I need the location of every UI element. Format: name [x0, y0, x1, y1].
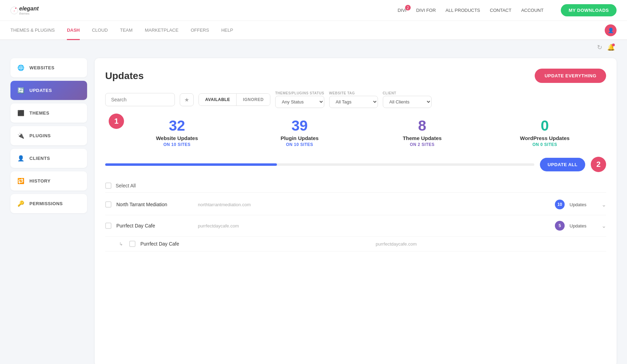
notification-dot	[612, 44, 615, 46]
logo-icon: e	[10, 7, 18, 14]
stat-label-wordpress: WordPress Updates	[483, 135, 606, 141]
select-all-label: Select All	[116, 183, 136, 188]
nav-links: DIVI 2 DIVI FOR ALL PRODUCTS CONTACT ACC…	[397, 8, 550, 13]
second-nav: THEMES & PLUGINS DASH CLOUD TEAM MARKETP…	[0, 21, 627, 40]
divi-badge: 2	[405, 5, 411, 10]
sidebar-label-history: HISTORY	[30, 178, 51, 184]
svg-point-2	[15, 7, 17, 9]
site-name-0: North Tarrant Mediation	[116, 202, 193, 207]
site-name-1: Purrfect Day Cafe	[116, 223, 193, 229]
sidebar: 🌐 WEBSITES 🔄 UPDATES ⬛ THEMES 🔌 PLUGINS …	[10, 58, 87, 364]
sidebar-item-websites[interactable]: 🌐 WEBSITES	[10, 58, 87, 77]
chevron-icon-0[interactable]: ⌄	[602, 201, 606, 208]
filter-themes-plugins: THEMES/PLUGINS STATUS Any Status	[275, 91, 324, 108]
select-all-row: Select All	[105, 179, 606, 193]
badge-2: 2	[591, 157, 606, 172]
sidebar-label-websites: WEBSITES	[30, 65, 55, 70]
sub-site-name: Purrfect Day Cafe	[140, 241, 371, 247]
permissions-icon: 🔑	[17, 200, 25, 207]
tab-offers[interactable]: OFFERS	[191, 21, 209, 40]
sub-site-url: purrfectdaycafe.com	[376, 241, 606, 247]
tab-available[interactable]: AVAILABLE	[199, 94, 237, 106]
search-input[interactable]	[105, 93, 175, 106]
sidebar-label-themes: THEMES	[30, 110, 49, 116]
tab-dash[interactable]: DASH	[67, 21, 80, 40]
update-bar-row: UPDATE ALL 2	[105, 157, 606, 172]
stat-website-updates: 1 32 Website Updates ON 10 SITES	[105, 118, 238, 147]
plugins-icon: 🔌	[17, 132, 25, 139]
list-item: ↳ Purrfect Day Cafe purrfectdaycafe.com	[105, 237, 606, 251]
stat-number-themes: 8	[361, 118, 483, 134]
sidebar-item-permissions[interactable]: 🔑 PERMISSIONS	[10, 194, 87, 213]
tab-team[interactable]: TEAM	[120, 21, 133, 40]
nav-account[interactable]: ACCOUNT	[521, 8, 543, 13]
tab-help[interactable]: HELP	[221, 21, 233, 40]
progress-bar-wrap	[105, 163, 534, 166]
tab-marketplace[interactable]: MARKETPLACE	[145, 21, 179, 40]
filter-client-select[interactable]: All Clients	[383, 96, 432, 108]
sub-arrow-icon: ↳	[119, 241, 123, 247]
nav-divi-for[interactable]: DIVI FOR	[416, 8, 436, 13]
stat-sub-themes: ON 2 SITES	[361, 142, 483, 147]
refresh-icon[interactable]: ↻	[597, 44, 602, 51]
site-checkbox-0[interactable]	[105, 201, 111, 208]
stat-number-websites: 32	[116, 118, 238, 134]
stat-theme-updates: 8 Theme Updates ON 2 SITES	[361, 118, 483, 147]
sidebar-item-history[interactable]: 🔁 HISTORY	[10, 171, 87, 191]
chevron-icon-1[interactable]: ⌄	[602, 223, 606, 229]
svg-text:e: e	[14, 9, 15, 12]
history-icon: 🔁	[17, 178, 25, 184]
updates-label-0: Updates	[570, 202, 594, 207]
sidebar-label-updates: UPDATES	[30, 88, 52, 93]
updates-badge-1: 5	[555, 221, 565, 231]
themes-icon: ⬛	[17, 110, 25, 116]
tab-cloud[interactable]: CLOUD	[92, 21, 108, 40]
sidebar-item-clients[interactable]: 👤 CLIENTS	[10, 149, 87, 168]
update-everything-button[interactable]: UPDATE EVERYTHING	[535, 69, 606, 83]
star-filter-button[interactable]: ★	[180, 93, 194, 106]
clients-icon: 👤	[17, 155, 25, 162]
select-all-checkbox[interactable]	[105, 183, 111, 189]
sidebar-label-permissions: PERMISSIONS	[30, 201, 63, 206]
filter-themes-plugins-select[interactable]: Any Status	[275, 96, 324, 108]
tab-group: AVAILABLE IGNORED	[199, 93, 270, 106]
filter-client: CLIENT All Clients	[383, 91, 432, 108]
my-downloads-button[interactable]: MY DOWNLOADS	[561, 4, 617, 16]
filters-row: ★ AVAILABLE IGNORED THEMES/PLUGINS STATU…	[105, 91, 606, 108]
sub-site-checkbox[interactable]	[129, 241, 136, 247]
nav-right-actions: 👤	[605, 24, 617, 36]
nav-contact[interactable]: CONTACT	[490, 8, 511, 13]
nav-divi[interactable]: DIVI 2	[397, 8, 406, 13]
stat-plugin-updates: 39 Plugin Updates ON 10 SITES	[238, 118, 361, 147]
update-all-button[interactable]: UPDATE ALL	[540, 158, 585, 171]
site-url-1: purrfectdaycafe.com	[198, 223, 550, 229]
tab-ignored[interactable]: IGNORED	[237, 94, 270, 106]
sidebar-item-updates[interactable]: 🔄 UPDATES	[10, 81, 87, 100]
stats-row: 1 32 Website Updates ON 10 SITES 39 Plug…	[105, 118, 606, 147]
content-area: Updates UPDATE EVERYTHING ★ AVAILABLE IG…	[95, 58, 617, 364]
search-wrap	[105, 93, 175, 106]
notification-icon[interactable]: 🔔	[607, 44, 615, 51]
sidebar-item-plugins[interactable]: 🔌 PLUGINS	[10, 126, 87, 145]
filter-website-tag-select[interactable]: All Tags	[329, 96, 378, 108]
logo-sub: themes	[19, 12, 39, 15]
stat-sub-websites: ON 10 SITES	[116, 142, 238, 147]
stat-badge-1: 1	[109, 114, 124, 129]
page-title: Updates	[105, 70, 144, 82]
globe-icon: 🌐	[17, 64, 25, 71]
avatar[interactable]: 👤	[605, 24, 617, 36]
sidebar-label-plugins: PLUGINS	[30, 133, 51, 138]
sidebar-item-themes[interactable]: ⬛ THEMES	[10, 103, 87, 123]
main-layout: 🌐 WEBSITES 🔄 UPDATES ⬛ THEMES 🔌 PLUGINS …	[0, 51, 627, 364]
content-header: Updates UPDATE EVERYTHING	[105, 69, 606, 83]
stat-number-wordpress: 0	[483, 118, 606, 134]
stat-sub-plugins: ON 10 SITES	[238, 142, 361, 147]
tab-themes-plugins[interactable]: THEMES & PLUGINS	[10, 21, 55, 40]
stat-label-websites: Website Updates	[116, 135, 238, 141]
logo[interactable]: e elegant themes	[10, 6, 39, 15]
updates-label-1: Updates	[570, 223, 594, 229]
nav-all-products[interactable]: ALL PRODUCTS	[446, 8, 480, 13]
table-row: North Tarrant Mediation northtarrantmedi…	[105, 194, 606, 215]
filter-website-tag-label: WEBSITE TAG	[329, 91, 378, 95]
site-checkbox-1[interactable]	[105, 223, 111, 229]
